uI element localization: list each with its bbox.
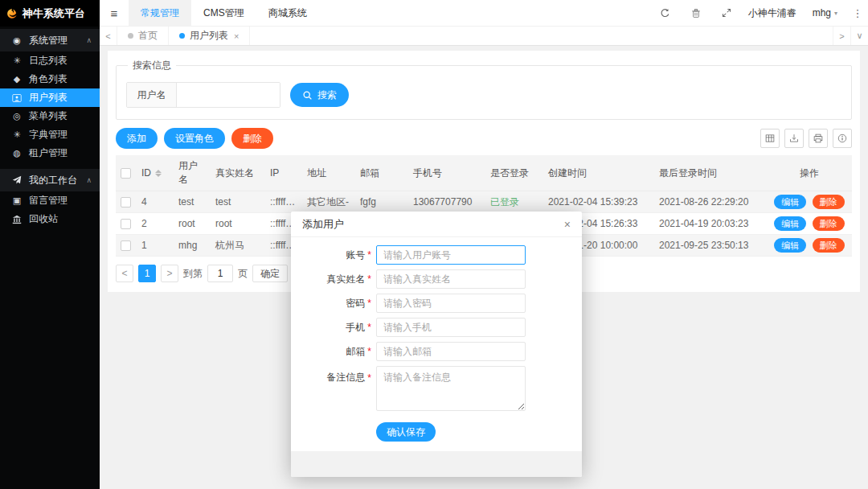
tab-home[interactable]: 首页 xyxy=(117,27,169,45)
refresh-icon[interactable] xyxy=(650,8,681,18)
tabs-scroll-right-icon[interactable]: > xyxy=(833,27,850,45)
topmenu-item-cms[interactable]: CMS管理 xyxy=(191,0,256,26)
cell-email: fgfg xyxy=(355,191,408,213)
sidebar-item-log-list[interactable]: ✳ 日志列表 xyxy=(0,51,100,70)
field-label: 手机* xyxy=(305,321,371,335)
required-mark: * xyxy=(367,273,371,285)
fullscreen-icon[interactable] xyxy=(711,8,742,18)
tabs-scroll-left-icon[interactable]: < xyxy=(100,27,117,45)
email-input[interactable] xyxy=(376,342,526,361)
cell-last-login: 2021-08-26 22:29:20 xyxy=(654,191,767,213)
more-vertical-icon[interactable]: ⋮ xyxy=(847,7,868,19)
table-header-row: ID 用户名 真实姓名 IP 地址 邮箱 手机号 是否登录 创建时间 最后登录时… xyxy=(116,155,852,191)
field-label: 邮箱* xyxy=(305,345,371,359)
goto-page-input[interactable] xyxy=(207,265,233,282)
form-row-email: 邮箱* xyxy=(305,342,567,361)
topmenu-item-mall[interactable]: 商城系统 xyxy=(256,0,319,26)
set-role-button[interactable]: 设置角色 xyxy=(164,128,225,149)
col-id: ID xyxy=(137,155,174,191)
edit-button[interactable]: 编辑 xyxy=(774,216,806,231)
realname-input[interactable] xyxy=(376,269,526,289)
sidebar-item-role-list[interactable]: ◆ 角色列表 xyxy=(0,70,100,88)
sidebar-item-recycle-bin[interactable]: 回收站 xyxy=(0,210,100,228)
modal-close-icon[interactable]: × xyxy=(564,218,571,231)
cell-ip: ::ffff:1... xyxy=(265,191,302,213)
sidebar-item-label: 角色列表 xyxy=(29,72,68,86)
sidebar-item-dict-manage[interactable]: ✳ 字典管理 xyxy=(0,125,100,144)
tab-close-icon[interactable]: × xyxy=(234,31,239,41)
col-username: 用户名 xyxy=(174,155,211,191)
edit-button[interactable]: 编辑 xyxy=(774,195,806,209)
sidebar-item-message-manage[interactable]: ▣ 留言管理 xyxy=(0,191,100,210)
tab-user-list[interactable]: 用户列表 × xyxy=(169,27,250,45)
topmenu-label: 商城系统 xyxy=(268,6,307,20)
chevron-up-icon: ∧ xyxy=(86,36,92,44)
print-icon[interactable] xyxy=(809,129,828,148)
cell-username: mhg xyxy=(174,235,211,257)
delete-button[interactable]: 删除 xyxy=(231,128,273,149)
sidebar-item-user-list[interactable]: 用户列表 xyxy=(0,88,100,107)
row-checkbox[interactable] xyxy=(121,240,131,251)
target-icon: ◎ xyxy=(11,112,23,121)
table-toolbar: 添加 设置角色 删除 xyxy=(116,128,852,149)
goto-prefix: 到第 xyxy=(183,267,203,281)
search-button-label: 搜索 xyxy=(317,88,337,102)
sidebar-section-workbench[interactable]: 我的工作台 ∧ xyxy=(0,169,100,191)
edit-button[interactable]: 编辑 xyxy=(774,238,806,253)
info-icon[interactable] xyxy=(833,129,852,148)
tab-dot xyxy=(179,33,185,39)
page-1-button[interactable]: 1 xyxy=(138,265,156,282)
sidebar-item-label: 回收站 xyxy=(29,212,58,226)
user-dropdown[interactable]: mhg ▾ xyxy=(813,7,837,18)
chevron-down-icon: ▾ xyxy=(834,10,837,17)
search-legend: 搜索信息 xyxy=(128,59,176,72)
select-all-checkbox[interactable] xyxy=(121,168,131,179)
row-delete-button[interactable]: 删除 xyxy=(813,195,845,209)
sidebar: 神牛系统平台 ◉ 系统管理 ∧ ✳ 日志列表 ◆ 角色列表 用户列表 xyxy=(0,0,100,489)
row-delete-button[interactable]: 删除 xyxy=(813,216,845,231)
gear-icon: ◉ xyxy=(11,36,23,45)
snowflake-icon: ✳ xyxy=(11,130,23,139)
sidebar-item-tenant-manage[interactable]: ◍ 租户管理 xyxy=(0,144,100,162)
topmenu-item-general[interactable]: 常规管理 xyxy=(129,0,191,26)
tab-label: 首页 xyxy=(138,29,158,43)
goto-confirm-button[interactable]: 确定 xyxy=(252,265,288,282)
snowflake-icon: ✳ xyxy=(11,56,23,65)
search-icon xyxy=(302,90,313,101)
tabbar: < 首页 用户列表 × > ∨ xyxy=(100,27,868,46)
confirm-save-button[interactable]: 确认保存 xyxy=(376,422,436,442)
next-page-icon[interactable]: > xyxy=(161,265,178,282)
export-icon[interactable] xyxy=(784,129,804,148)
user-card-icon xyxy=(11,93,23,103)
hamburger-icon[interactable]: ≡ xyxy=(100,0,129,26)
cell-username: root xyxy=(174,213,211,235)
form-row-password: 密码* xyxy=(305,294,567,313)
field-label: 账号* xyxy=(305,249,371,262)
topmenu-label: CMS管理 xyxy=(203,6,244,20)
row-checkbox[interactable] xyxy=(121,197,131,208)
sort-icon[interactable] xyxy=(155,170,162,177)
add-button[interactable]: 添加 xyxy=(116,128,158,149)
sidebar-item-menu-list[interactable]: ◎ 菜单列表 xyxy=(0,107,100,125)
add-user-modal: 添加用户 × 账号* 真实姓名* 密码* xyxy=(291,212,582,477)
password-input[interactable] xyxy=(376,294,526,313)
row-delete-button[interactable]: 删除 xyxy=(813,238,845,253)
remark-textarea[interactable] xyxy=(376,366,526,411)
brand-title: 神牛系统平台 xyxy=(23,6,85,21)
topmenu-label: 常规管理 xyxy=(141,6,179,20)
prev-page-icon[interactable]: < xyxy=(116,265,133,282)
sidebar-item-label: 菜单列表 xyxy=(29,109,68,123)
modal-footer xyxy=(291,451,582,477)
username-search-input[interactable] xyxy=(177,83,280,107)
row-checkbox[interactable] xyxy=(121,219,131,229)
brand: 神牛系统平台 xyxy=(0,0,100,27)
trash-icon[interactable] xyxy=(681,8,711,18)
account-input[interactable] xyxy=(376,245,526,265)
cell-id: 4 xyxy=(137,191,174,213)
tabbar-spacer xyxy=(250,27,833,45)
sidebar-section-system[interactable]: ◉ 系统管理 ∧ xyxy=(0,29,100,51)
phone-input[interactable] xyxy=(376,318,526,337)
search-button[interactable]: 搜索 xyxy=(290,83,349,107)
tabs-menu-icon[interactable]: ∨ xyxy=(850,27,868,45)
columns-filter-icon[interactable] xyxy=(760,129,780,148)
